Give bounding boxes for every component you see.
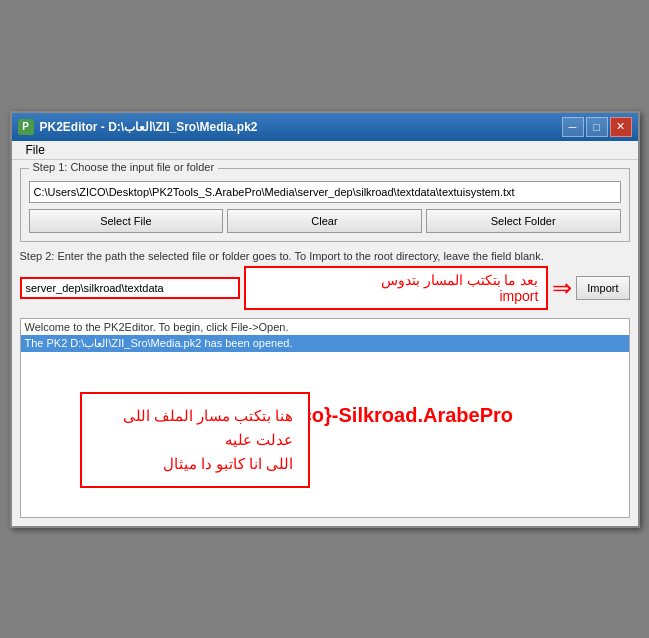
- step1-content: Select File Clear Select Folder: [29, 181, 621, 233]
- big-annotation: هنا بتكتب مسار الملف اللى عدلت عليه اللى…: [80, 392, 310, 488]
- window-controls: ─ □ ✕: [562, 117, 632, 137]
- step2-path-input[interactable]: [20, 277, 240, 299]
- import-button[interactable]: Import: [576, 276, 629, 300]
- big-annotation-line2: عدلت عليه: [96, 428, 294, 452]
- window-title: PK2Editor - D:\العاب\ZII_Sro\Media.pk2: [40, 120, 258, 134]
- main-window: P PK2Editor - D:\العاب\ZII_Sro\Media.pk2…: [10, 111, 640, 528]
- log-line-2: The PK2 D:\العاب\ZII_Sro\Media.pk2 has b…: [21, 335, 629, 352]
- step2-section: Step 2: Enter the path the selected file…: [20, 250, 630, 310]
- log-line-1: Welcome to the PK2Editor. To begin, clic…: [21, 319, 629, 335]
- annotation-line2: import: [254, 288, 539, 304]
- app-icon: P: [18, 119, 34, 135]
- step2-row: بعد ما بتكتب المسار بتدوس import ⇒ Impor…: [20, 266, 630, 310]
- minimize-button[interactable]: ─: [562, 117, 584, 137]
- step1-label: Step 1: Choose the input file or folder: [29, 161, 219, 173]
- title-bar-left: P PK2Editor - D:\العاب\ZII_Sro\Media.pk2: [18, 119, 258, 135]
- big-annotation-line3: اللى انا كاتبو دا ميثال: [96, 452, 294, 476]
- maximize-button[interactable]: □: [586, 117, 608, 137]
- title-bar: P PK2Editor - D:\العاب\ZII_Sro\Media.pk2…: [12, 113, 638, 141]
- step2-annotation: بعد ما بتكتب المسار بتدوس import: [244, 266, 549, 310]
- file-path-input[interactable]: [29, 181, 621, 203]
- big-annotation-line1: هنا بتكتب مسار الملف اللى: [96, 404, 294, 428]
- select-folder-button[interactable]: Select Folder: [426, 209, 621, 233]
- clear-button[interactable]: Clear: [227, 209, 422, 233]
- annotation-line1: بعد ما بتكتب المسار بتدوس: [254, 272, 539, 288]
- step1-group: Step 1: Choose the input file or folder …: [20, 168, 630, 242]
- import-arrow-icon: ⇒: [552, 276, 572, 300]
- step1-buttons: Select File Clear Select Folder: [29, 209, 621, 233]
- log-wrapper: Welcome to the PK2Editor. To begin, clic…: [20, 318, 630, 518]
- file-menu[interactable]: File: [18, 141, 53, 159]
- menu-bar: File: [12, 141, 638, 160]
- step2-label: Step 2: Enter the path the selected file…: [20, 250, 630, 262]
- main-content: Step 1: Choose the input file or folder …: [12, 160, 638, 526]
- select-file-button[interactable]: Select File: [29, 209, 224, 233]
- watermark: {zico}-Silkroad.ArabePro: [277, 404, 513, 427]
- close-button[interactable]: ✕: [610, 117, 632, 137]
